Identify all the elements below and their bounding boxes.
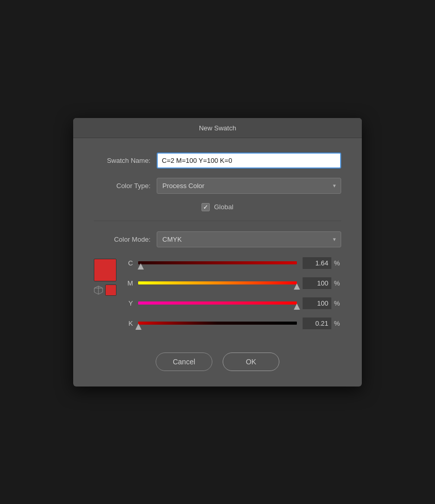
global-label: Global: [214, 203, 233, 211]
slider-row-y: Y %: [125, 297, 341, 310]
slider-k-track-wrapper[interactable]: [138, 318, 297, 328]
color-swatch-secondary-wrapper: [94, 284, 116, 296]
slider-y-input-wrapper: %: [302, 297, 341, 310]
slider-k-value[interactable]: [302, 317, 332, 330]
cube-icon: [94, 285, 103, 295]
swatch-name-row: Swatch Name:: [94, 153, 341, 169]
color-section: C % M: [94, 257, 341, 337]
slider-m-label: M: [125, 279, 133, 287]
slider-c-percent: %: [334, 259, 341, 267]
slider-k-track: [138, 322, 297, 325]
slider-c-input-wrapper: %: [302, 257, 341, 270]
swatch-name-input[interactable]: [157, 153, 341, 169]
slider-y-label: Y: [125, 299, 133, 307]
slider-k-input-wrapper: %: [302, 317, 341, 330]
color-previews: [94, 257, 116, 296]
slider-k-thumb[interactable]: [136, 324, 142, 330]
slider-m-percent: %: [334, 279, 341, 287]
global-checkbox-wrapper[interactable]: ✓ Global: [202, 203, 233, 211]
color-type-select-wrapper: Process Color Spot Color ▾: [157, 178, 341, 194]
slider-k-label: K: [125, 320, 133, 327]
slider-k-percent: %: [334, 320, 341, 327]
slider-m-track: [138, 281, 297, 284]
color-type-select[interactable]: Process Color Spot Color: [157, 178, 341, 194]
slider-c-track: [138, 261, 297, 264]
slider-y-value[interactable]: [302, 297, 332, 310]
slider-m-thumb[interactable]: [294, 283, 300, 290]
title-bar: New Swatch: [73, 118, 362, 138]
slider-y-track-wrapper[interactable]: [138, 298, 297, 308]
color-type-row: Color Type: Process Color Spot Color ▾: [94, 178, 341, 194]
slider-m-input-wrapper: %: [302, 277, 341, 290]
slider-m-track-wrapper[interactable]: [138, 278, 297, 288]
slider-y-thumb[interactable]: [294, 304, 300, 310]
dialog-body: Swatch Name: Color Type: Process Color S…: [73, 138, 362, 387]
new-swatch-dialog: New Swatch Swatch Name: Color Type: Proc…: [73, 118, 362, 387]
slider-c-track-wrapper[interactable]: [138, 258, 297, 268]
swatch-name-label: Swatch Name:: [94, 157, 150, 164]
slider-row-k: K %: [125, 317, 341, 330]
slider-c-thumb[interactable]: [138, 263, 144, 270]
color-type-label: Color Type:: [94, 182, 150, 190]
global-row: ✓ Global: [94, 203, 341, 211]
button-row: Cancel OK: [94, 352, 341, 371]
slider-row-m: M %: [125, 277, 341, 290]
dialog-title: New Swatch: [199, 124, 236, 132]
divider: [94, 221, 341, 221]
cancel-button[interactable]: Cancel: [156, 352, 212, 371]
slider-m-value[interactable]: [302, 277, 332, 290]
slider-row-c: C %: [125, 257, 341, 270]
slider-y-track: [138, 301, 297, 305]
color-mode-row: Color Mode: CMYK RGB Lab ▾: [94, 231, 341, 247]
checkmark-icon: ✓: [203, 204, 208, 210]
ok-button[interactable]: OK: [223, 352, 279, 371]
color-mode-label: Color Mode:: [94, 236, 150, 243]
sliders-area: C % M: [125, 257, 341, 337]
color-mode-select[interactable]: CMYK RGB Lab: [157, 231, 341, 247]
slider-c-label: C: [125, 259, 133, 267]
global-checkbox[interactable]: ✓: [202, 203, 210, 211]
color-mode-select-wrapper: CMYK RGB Lab ▾: [157, 231, 341, 247]
slider-y-percent: %: [334, 299, 341, 307]
color-swatch-secondary: [105, 284, 116, 296]
color-swatch-main: [94, 259, 116, 281]
slider-c-value[interactable]: [302, 257, 332, 270]
